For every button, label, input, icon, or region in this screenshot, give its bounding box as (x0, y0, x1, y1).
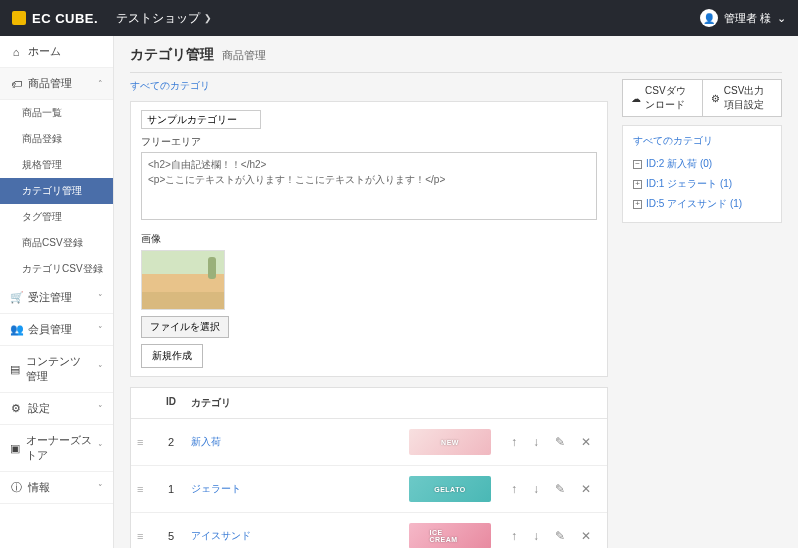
delete-icon[interactable]: ✕ (581, 529, 591, 543)
tree-item[interactable]: −ID:2 新入荷 (0) (633, 154, 771, 174)
row-actions: ↑↓✎✕ (511, 435, 591, 449)
cube-icon (12, 11, 26, 25)
store-icon: ▣ (10, 442, 20, 455)
nav-product-category[interactable]: カテゴリ管理 (0, 178, 113, 204)
row-actions: ↑↓✎✕ (511, 482, 591, 496)
tree-item[interactable]: +ID:1 ジェラート (1) (633, 174, 771, 194)
category-form: フリーエリア <h2>自由記述欄！！</h2> <p>ここにテキストが入ります！… (130, 101, 608, 377)
category-link[interactable]: 新入荷 (191, 436, 221, 447)
main-content: カテゴリ管理 商品管理 すべてのカテゴリ フリーエリア <h2>自由記述欄！！<… (114, 36, 798, 548)
row-id: 5 (161, 530, 181, 542)
create-button[interactable]: 新規作成 (141, 344, 203, 368)
image-label: 画像 (141, 232, 597, 246)
table-header: ID カテゴリ (131, 388, 607, 419)
brand-text: EC CUBE. (32, 11, 98, 26)
nav-product-register[interactable]: 商品登録 (0, 126, 113, 152)
user-avatar-icon: 👤 (700, 9, 718, 27)
delete-icon[interactable]: ✕ (581, 482, 591, 496)
chevron-down-icon: ˅ (98, 293, 103, 303)
category-table: ID カテゴリ ≡2新入荷NEW↑↓✎✕≡1ジェラートGELATO↑↓✎✕≡5ア… (130, 387, 608, 548)
nav-product[interactable]: 🏷商品管理˄ (0, 68, 113, 100)
shop-link[interactable]: テストショップ ❯ (116, 10, 212, 27)
edit-icon[interactable]: ✎ (555, 529, 565, 543)
nav-member[interactable]: 👥会員管理˅ (0, 314, 113, 346)
breadcrumb[interactable]: すべてのカテゴリ (130, 79, 608, 93)
nav-home[interactable]: ⌂ホーム (0, 36, 113, 68)
row-actions: ↑↓✎✕ (511, 529, 591, 543)
category-thumbnail: ICE CREAM (409, 523, 491, 548)
nav-product-csv[interactable]: 商品CSV登録 (0, 230, 113, 256)
sidebar: ⌂ホーム 🏷商品管理˄ 商品一覧 商品登録 規格管理 カテゴリ管理 タグ管理 商… (0, 36, 114, 548)
gear-icon: ⚙ (711, 93, 720, 104)
users-icon: 👥 (10, 323, 22, 336)
tree-toggle-icon[interactable]: + (633, 200, 642, 209)
free-area-label: フリーエリア (141, 135, 597, 149)
nav-info[interactable]: ⓘ情報˅ (0, 472, 113, 504)
csv-button-row: ☁CSVダウンロード ⚙CSV出力項目設定 (622, 79, 782, 117)
chevron-down-icon: ˅ (98, 404, 103, 414)
user-menu[interactable]: 👤 管理者 様 ⌄ (700, 9, 786, 27)
category-thumbnail: GELATO (409, 476, 491, 502)
table-row: ≡2新入荷NEW↑↓✎✕ (131, 419, 607, 466)
move-up-icon[interactable]: ↑ (511, 482, 517, 496)
category-thumbnail: NEW (409, 429, 491, 455)
move-up-icon[interactable]: ↑ (511, 529, 517, 543)
nav-product-spec[interactable]: 規格管理 (0, 152, 113, 178)
move-up-icon[interactable]: ↑ (511, 435, 517, 449)
drag-handle-icon[interactable]: ≡ (137, 436, 151, 448)
category-link[interactable]: アイスサンド (191, 530, 251, 541)
tree-item-label: ID:1 ジェラート (1) (646, 177, 732, 191)
image-preview (141, 250, 225, 310)
row-id: 2 (161, 436, 181, 448)
nav-product-list[interactable]: 商品一覧 (0, 100, 113, 126)
delete-icon[interactable]: ✕ (581, 435, 591, 449)
tree-item[interactable]: +ID:5 アイスサンド (1) (633, 194, 771, 214)
table-row: ≡5アイスサンドICE CREAM↑↓✎✕ (131, 513, 607, 548)
page-title: カテゴリ管理 商品管理 (130, 46, 782, 64)
move-down-icon[interactable]: ↓ (533, 529, 539, 543)
tree-toggle-icon[interactable]: − (633, 160, 642, 169)
brand-logo[interactable]: EC CUBE. (12, 11, 98, 26)
top-bar: EC CUBE. テストショップ ❯ 👤 管理者 様 ⌄ (0, 0, 798, 36)
external-link-icon: ❯ (204, 13, 212, 23)
nav-content[interactable]: ▤コンテンツ管理˅ (0, 346, 113, 393)
cloud-download-icon: ☁ (631, 93, 641, 104)
tree-item-label: ID:2 新入荷 (0) (646, 157, 712, 171)
file-select-button[interactable]: ファイルを選択 (141, 316, 229, 338)
drag-handle-icon[interactable]: ≡ (137, 483, 151, 495)
nav-setting[interactable]: ⚙設定˅ (0, 393, 113, 425)
chevron-down-icon: ˅ (98, 483, 103, 493)
tag-icon: 🏷 (10, 78, 22, 90)
drag-handle-icon[interactable]: ≡ (137, 530, 151, 542)
chevron-down-icon: ⌄ (777, 12, 786, 25)
category-link[interactable]: ジェラート (191, 483, 241, 494)
nav-owners[interactable]: ▣オーナーズストア˅ (0, 425, 113, 472)
home-icon: ⌂ (10, 46, 22, 58)
category-name-input[interactable] (141, 110, 261, 129)
csv-download-button[interactable]: ☁CSVダウンロード (622, 79, 703, 117)
nav-product-tag[interactable]: タグ管理 (0, 204, 113, 230)
nav-category-csv[interactable]: カテゴリCSV登録 (0, 256, 113, 282)
category-tree: すべてのカテゴリ −ID:2 新入荷 (0)+ID:1 ジェラート (1)+ID… (622, 125, 782, 223)
move-down-icon[interactable]: ↓ (533, 482, 539, 496)
tree-item-label: ID:5 アイスサンド (1) (646, 197, 742, 211)
chevron-up-icon: ˄ (98, 79, 103, 89)
col-category: カテゴリ (191, 396, 601, 410)
table-row: ≡1ジェラートGELATO↑↓✎✕ (131, 466, 607, 513)
nav-order[interactable]: 🛒受注管理˅ (0, 282, 113, 314)
chevron-down-icon: ˅ (98, 364, 103, 374)
edit-icon[interactable]: ✎ (555, 482, 565, 496)
edit-icon[interactable]: ✎ (555, 435, 565, 449)
col-id: ID (161, 396, 181, 410)
chevron-down-icon: ˅ (98, 443, 103, 453)
free-area-textarea[interactable]: <h2>自由記述欄！！</h2> <p>ここにテキストが入ります！ここにテキスト… (141, 152, 597, 220)
tree-title[interactable]: すべてのカテゴリ (633, 134, 771, 148)
csv-config-button[interactable]: ⚙CSV出力項目設定 (703, 79, 782, 117)
row-id: 1 (161, 483, 181, 495)
chevron-down-icon: ˅ (98, 325, 103, 335)
info-icon: ⓘ (10, 480, 22, 495)
file-icon: ▤ (10, 363, 20, 376)
move-down-icon[interactable]: ↓ (533, 435, 539, 449)
tree-toggle-icon[interactable]: + (633, 180, 642, 189)
gear-icon: ⚙ (10, 402, 22, 415)
